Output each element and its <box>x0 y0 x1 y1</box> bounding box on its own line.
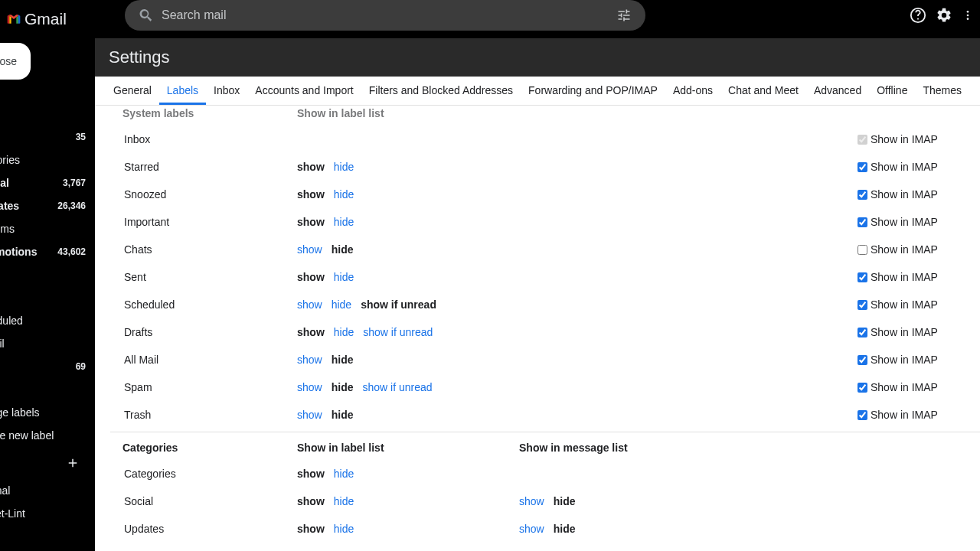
toggle-show-if-unread[interactable]: show if unread <box>361 298 436 311</box>
imap-label: Show in IMAP <box>871 243 938 256</box>
sidebar-item[interactable]: romotions43,602 <box>0 240 95 263</box>
tab-filters-and-blocked-addresses[interactable]: Filters and Blocked Addresses <box>361 77 521 105</box>
msg-toggle-hide[interactable]: hide <box>554 495 576 507</box>
toggle-hide[interactable]: hide <box>332 354 354 366</box>
toggle-show[interactable]: show <box>297 381 322 393</box>
label-name: Drafts <box>110 326 297 338</box>
compose-button[interactable]: mpose <box>0 43 31 80</box>
filter-icon[interactable] <box>616 8 632 23</box>
toggle-hide[interactable]: hide <box>334 271 354 283</box>
toggle-show[interactable]: show <box>297 271 325 283</box>
imap-checkbox[interactable] <box>858 300 867 310</box>
toggle-show-if-unread[interactable]: show if unread <box>362 381 432 393</box>
toggle-hide[interactable]: hide <box>334 161 354 173</box>
toggle-show[interactable]: show <box>297 468 325 480</box>
sidebar-item[interactable]: fts35 <box>0 126 95 148</box>
sidebar-item[interactable]: pdates26,346 <box>0 194 95 217</box>
sidebar-item[interactable]: ats <box>0 286 95 309</box>
toggle-hide[interactable]: hide <box>332 381 354 393</box>
label-row: Chats showhide Show in IMAP <box>110 236 980 263</box>
sidebar-item[interactable]: Mail <box>0 332 95 355</box>
settings-tabs: GeneralLabelsInboxAccounts and ImportFil… <box>95 77 980 106</box>
tab-general[interactable]: General <box>106 77 159 105</box>
sidebar-item-count: 69 <box>76 361 86 372</box>
toggle-show[interactable]: show <box>297 188 325 201</box>
toggle-hide[interactable]: hide <box>334 495 354 507</box>
imap-col: Show in IMAP <box>858 133 980 145</box>
imap-checkbox[interactable] <box>858 162 867 172</box>
toggle-hide[interactable]: hide <box>334 523 354 535</box>
imap-checkbox[interactable] <box>858 355 867 365</box>
toggle-show[interactable]: show <box>297 354 322 366</box>
plus-icon[interactable] <box>66 456 80 470</box>
toggle-show[interactable]: show <box>297 243 322 256</box>
system-labels-title: System labels <box>110 107 297 119</box>
imap-checkbox[interactable] <box>858 328 867 337</box>
toggle-hide[interactable]: hide <box>332 243 354 256</box>
search-box[interactable] <box>125 0 645 31</box>
sidebar-item[interactable]: heduled <box>0 309 95 332</box>
imap-checkbox[interactable] <box>858 217 867 227</box>
search-input[interactable] <box>162 8 609 22</box>
toggle-hide[interactable]: hide <box>334 216 354 228</box>
toggle-hide[interactable]: hide <box>334 468 354 480</box>
sidebar-item[interactable]: eate new label <box>0 424 95 447</box>
msg-toggle-hide[interactable]: hide <box>554 523 576 535</box>
tab-forwarding-and-pop-imap[interactable]: Forwarding and POP/IMAP <box>521 77 665 105</box>
sidebar-item[interactable]: am69 <box>0 355 95 378</box>
toggle-show[interactable]: show <box>297 523 325 535</box>
tab-add-ons[interactable]: Add-ons <box>665 77 720 105</box>
imap-checkbox[interactable] <box>858 135 867 145</box>
sidebar-item[interactable]: s <box>0 263 95 286</box>
msg-toggle-show[interactable]: show <box>519 495 544 507</box>
imap-checkbox[interactable] <box>858 383 867 393</box>
tab-advanced[interactable]: Advanced <box>806 77 869 105</box>
toggle-hide[interactable]: hide <box>332 409 354 421</box>
sidebar-user-label[interactable]: cket-Lint <box>0 502 95 525</box>
toggle-hide[interactable]: hide <box>334 326 354 338</box>
toggle-show[interactable]: show <box>297 495 325 507</box>
col-label-list: Show in label list <box>297 107 519 119</box>
tab-themes[interactable]: Themes <box>915 77 969 105</box>
tab-inbox[interactable]: Inbox <box>206 77 247 105</box>
toggle-show[interactable]: show <box>297 216 325 228</box>
imap-checkbox[interactable] <box>858 272 867 282</box>
imap-checkbox[interactable] <box>858 245 867 255</box>
toggle-show[interactable]: show <box>297 298 322 311</box>
sidebar-item-count: 3,767 <box>63 178 86 188</box>
sidebar-item[interactable]: sh <box>0 378 95 401</box>
categories-header: Categories Show in label list Show in me… <box>110 435 980 460</box>
sidebar-user-label[interactable]: re <box>0 525 95 548</box>
tab-chat-and-meet[interactable]: Chat and Meet <box>720 77 806 105</box>
gear-icon[interactable] <box>936 7 952 24</box>
toggle-show[interactable]: show <box>297 409 322 421</box>
imap-label: Show in IMAP <box>871 271 938 283</box>
toggle-show[interactable]: show <box>297 161 325 173</box>
help-icon[interactable] <box>910 7 926 24</box>
toggle-hide[interactable]: hide <box>332 298 351 311</box>
imap-col: Show in IMAP <box>858 243 980 256</box>
msg-toggle-show[interactable]: show <box>519 523 544 535</box>
toggle-show-if-unread[interactable]: show if unread <box>363 326 433 338</box>
sidebar-item[interactable]: nage labels <box>0 401 95 424</box>
sidebar-item[interactable]: ocial3,767 <box>0 171 95 194</box>
tab-accounts-and-import[interactable]: Accounts and Import <box>247 77 361 105</box>
label-row: Trash showhide Show in IMAP <box>110 401 980 429</box>
more-icon[interactable] <box>962 7 974 24</box>
sidebar-item[interactable]: orums <box>0 217 95 240</box>
sidebar-item-label: heduled <box>0 315 23 327</box>
imap-label: Show in IMAP <box>871 381 938 393</box>
imap-checkbox[interactable] <box>858 410 867 420</box>
sidebar-item[interactable]: egories <box>0 148 95 171</box>
tab-labels[interactable]: Labels <box>159 77 206 105</box>
tab-offline[interactable]: Offline <box>869 77 915 105</box>
logo-area[interactable]: Gmail <box>6 10 125 28</box>
toggle-show[interactable]: show <box>297 326 325 338</box>
imap-col: Show in IMAP <box>858 216 980 228</box>
imap-checkbox[interactable] <box>858 190 867 200</box>
app-header: Gmail <box>0 0 980 38</box>
toggle-hide[interactable]: hide <box>334 188 354 201</box>
sidebar-user-label[interactable]: sonal <box>0 479 95 502</box>
sidebar-item[interactable]: k <box>0 103 95 126</box>
search-icon <box>139 8 154 23</box>
